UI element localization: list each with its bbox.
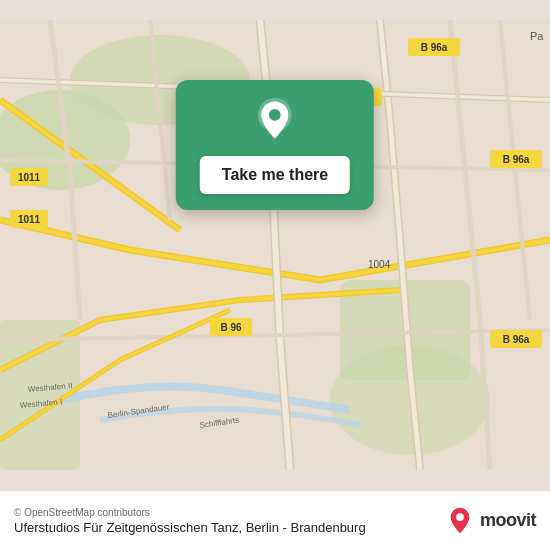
svg-text:1011: 1011 — [18, 172, 41, 183]
svg-point-29 — [269, 109, 281, 121]
bottom-left: © OpenStreetMap contributors Uferstudios… — [14, 507, 446, 535]
bottom-bar: © OpenStreetMap contributors Uferstudios… — [0, 490, 550, 550]
svg-text:B 96a: B 96a — [421, 42, 448, 53]
copyright-text: © OpenStreetMap contributors — [14, 507, 446, 518]
svg-text:B 96a: B 96a — [503, 334, 530, 345]
map-popup: Take me there — [176, 80, 374, 210]
take-me-there-button[interactable]: Take me there — [200, 156, 350, 194]
svg-point-30 — [456, 513, 464, 521]
map-background: B 96a B 96a B 96a L 1045 1011 1011 B 96 … — [0, 0, 550, 490]
map-container[interactable]: B 96a B 96a B 96a L 1045 1011 1011 B 96 … — [0, 0, 550, 490]
location-pin-icon — [253, 98, 297, 142]
moovit-logo: moovit — [446, 507, 536, 535]
moovit-brand-label: moovit — [480, 510, 536, 531]
svg-text:B 96: B 96 — [220, 322, 242, 333]
svg-text:1011: 1011 — [18, 214, 41, 225]
moovit-pin-icon — [446, 507, 474, 535]
app: B 96a B 96a B 96a L 1045 1011 1011 B 96 … — [0, 0, 550, 550]
location-name: Uferstudios Für Zeitgenössischen Tanz, B… — [14, 520, 446, 535]
svg-text:B 96a: B 96a — [503, 154, 530, 165]
svg-text:Pa: Pa — [530, 30, 544, 42]
svg-text:1004: 1004 — [368, 259, 391, 270]
